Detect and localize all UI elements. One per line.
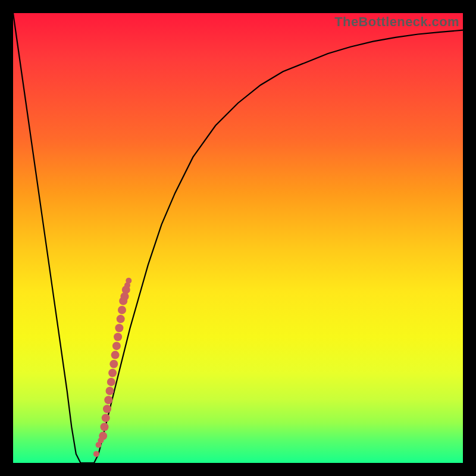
sample-point (114, 333, 122, 341)
sample-point (107, 378, 115, 386)
sample-point (115, 324, 123, 332)
bottleneck-curve-path (13, 13, 463, 463)
sample-point (102, 414, 110, 422)
sample-point (99, 432, 107, 440)
sample-point (101, 423, 109, 431)
chart-frame: TheBottleneck.com (0, 0, 476, 476)
sample-points-group (93, 278, 131, 457)
sample-point (103, 405, 111, 413)
sample-point (118, 306, 126, 314)
sample-point (106, 387, 114, 395)
chart-plot-area: TheBottleneck.com (13, 13, 463, 463)
curve-svg (13, 13, 463, 463)
sample-point (109, 360, 118, 368)
sample-point (104, 396, 112, 404)
sample-point (93, 451, 99, 457)
sample-point (126, 278, 131, 284)
sample-point (117, 315, 125, 323)
sample-point (112, 342, 121, 350)
sample-point (111, 351, 120, 359)
sample-point (108, 369, 117, 377)
